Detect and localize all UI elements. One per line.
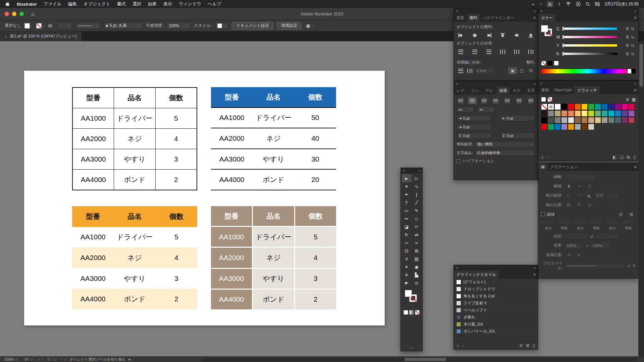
align-center-text-button[interactable] bbox=[468, 97, 477, 104]
swatch[interactable] bbox=[575, 110, 581, 117]
swatch[interactable] bbox=[581, 110, 588, 117]
arrow-start-combo[interactable]: ⌄ bbox=[565, 233, 588, 240]
swatch[interactable] bbox=[548, 124, 554, 130]
align-right-button[interactable] bbox=[485, 32, 493, 39]
swatch[interactable] bbox=[608, 110, 614, 117]
home-icon[interactable]: ⌂ bbox=[31, 11, 35, 17]
hand-tool[interactable]: ☛ bbox=[402, 279, 412, 287]
user-account-icon[interactable] bbox=[576, 2, 581, 6]
new-color-group-icon[interactable]: ❏ bbox=[620, 155, 624, 160]
eyedropper-tool[interactable]: ✦ bbox=[402, 263, 412, 271]
distribute-top-button[interactable] bbox=[457, 48, 465, 55]
fill-stroke-indicator[interactable] bbox=[541, 24, 554, 39]
collapse-panel-icon[interactable]: « bbox=[418, 169, 420, 173]
flip-across-icon[interactable]: ⇅ bbox=[632, 263, 636, 268]
status-expand-icon[interactable]: ▶ bbox=[128, 358, 131, 361]
tab-整列[interactable]: 整列 bbox=[467, 14, 480, 22]
swap-arrows-icon[interactable]: ⇄ bbox=[590, 234, 593, 239]
align-left-button[interactable] bbox=[457, 32, 465, 39]
miter-ratio-field[interactable] bbox=[606, 192, 620, 199]
swatch[interactable] bbox=[548, 110, 554, 117]
channel-slider[interactable] bbox=[562, 44, 618, 47]
color-spectrum-bar[interactable] bbox=[541, 69, 636, 74]
flip-along-icon[interactable]: ⇋ bbox=[627, 263, 631, 268]
swatch[interactable] bbox=[568, 110, 574, 117]
align-right-text-button[interactable] bbox=[480, 97, 488, 104]
menu-item-編集[interactable]: 編集 bbox=[68, 1, 77, 7]
swatch[interactable] bbox=[588, 104, 594, 110]
direct-selection-tool[interactable]: ▷ bbox=[412, 174, 422, 182]
table-orange-striped[interactable]: 型番品名個数AA1000ドライバー5AA2000ネジ4AA3000やすり3AA4… bbox=[72, 206, 197, 309]
menu-item-選択[interactable]: 選択 bbox=[132, 1, 141, 7]
first-artboard-icon[interactable]: « bbox=[38, 358, 40, 361]
table-plain[interactable]: 型番品名個数AA1000ドライバー5AA2000ネジ4AA3000やすり3AA4… bbox=[72, 87, 197, 190]
justify-center-button[interactable] bbox=[503, 97, 512, 104]
close-panel-icon[interactable]: × bbox=[540, 81, 542, 85]
collapse-panel-icon[interactable]: « bbox=[534, 82, 536, 86]
document-setup-button[interactable]: ドキュメント設定 bbox=[232, 22, 273, 29]
symbol-sprayer-tool[interactable]: ✳ bbox=[402, 271, 412, 279]
registration-swatch[interactable]: ⊕ bbox=[548, 104, 554, 110]
mojikumi-combo[interactable]: 行末約物半角⌄ bbox=[475, 150, 535, 156]
swatch[interactable] bbox=[554, 117, 561, 123]
swatch-library-icon[interactable]: ⌂ bbox=[541, 155, 543, 160]
mesh-tool[interactable]: # bbox=[402, 255, 412, 263]
align-stroke-inside-button[interactable]: ⊓ bbox=[575, 201, 583, 208]
slider-knob-icon[interactable] bbox=[562, 52, 564, 56]
spacing-value-field[interactable]: 0 mm⌄ bbox=[475, 68, 494, 74]
width-tool[interactable]: ≍ bbox=[412, 239, 422, 247]
perspective-grid-tool[interactable]: ⊞ bbox=[412, 247, 422, 255]
link-scale-icon[interactable]: ∞ bbox=[586, 244, 589, 248]
swatch[interactable] bbox=[561, 117, 568, 123]
prev-artboard-icon[interactable]: ‹ bbox=[42, 358, 43, 361]
swatch[interactable] bbox=[541, 110, 547, 117]
swatch[interactable] bbox=[581, 117, 588, 123]
left-indent-field[interactable]: ⇥0 pt bbox=[457, 115, 491, 121]
distribute-hspace-button[interactable] bbox=[466, 67, 474, 74]
swatch[interactable] bbox=[588, 117, 594, 123]
graphic-style-item[interactable]: ドロップシャドウ bbox=[454, 286, 538, 293]
close-panel-icon[interactable]: × bbox=[403, 169, 405, 173]
channel-value[interactable]: 0 bbox=[620, 35, 629, 40]
swatch[interactable] bbox=[608, 104, 614, 110]
styles-library-icon[interactable]: ⌂ bbox=[457, 343, 459, 348]
dashed-line-checkbox[interactable] bbox=[541, 212, 545, 216]
tab-グラデーション[interactable]: グラデーション bbox=[548, 163, 581, 171]
first-line-indent-field[interactable]: ⇥0 pt bbox=[457, 124, 491, 130]
bevel-join-button[interactable]: ◣ bbox=[585, 192, 594, 199]
list-view-icon[interactable]: ≣ bbox=[626, 97, 629, 102]
rectangle-tool[interactable]: ▭ bbox=[402, 206, 412, 215]
document-tab[interactable]: × 表2.ai* @ 100 % (CMYK/プレビュー) bbox=[0, 32, 82, 41]
graphic-style-item[interactable]: ベベルソフト bbox=[454, 307, 538, 314]
style-combo[interactable]: ⌄ bbox=[215, 22, 229, 29]
swatch[interactable] bbox=[568, 117, 574, 123]
tab-アピ.[interactable]: アピ. bbox=[482, 86, 497, 95]
close-tab-icon[interactable]: × bbox=[5, 35, 7, 39]
swatch[interactable] bbox=[628, 110, 635, 117]
swatch[interactable] bbox=[561, 104, 568, 110]
butt-cap-button[interactable]: ▮ bbox=[565, 183, 573, 189]
swatch[interactable] bbox=[601, 104, 608, 110]
graphic-style-item[interactable]: 木の葉_GS bbox=[454, 321, 538, 328]
fill-proxy-icon[interactable] bbox=[541, 97, 546, 102]
channel-value[interactable]: 0 bbox=[620, 43, 629, 48]
distribute-hcenter-button[interactable] bbox=[513, 48, 521, 55]
collapse-panel-icon[interactable]: « bbox=[634, 81, 636, 85]
hyphenation-checkbox[interactable] bbox=[457, 159, 461, 163]
none-color-swatch[interactable] bbox=[541, 61, 546, 66]
tab-線[interactable]: 線 bbox=[538, 163, 548, 171]
next-artboard-icon[interactable]: › bbox=[61, 358, 62, 361]
swatch[interactable] bbox=[561, 110, 568, 117]
fill-proxy-icon[interactable] bbox=[541, 25, 548, 32]
tab-レイ.[interactable]: レイ. bbox=[454, 86, 468, 95]
menu-item-効果[interactable]: 効果 bbox=[148, 1, 157, 7]
slider-knob-icon[interactable] bbox=[562, 43, 564, 48]
swatch[interactable] bbox=[581, 104, 588, 110]
horizontal-scrollbar[interactable] bbox=[201, 358, 637, 361]
swatch[interactable] bbox=[541, 117, 547, 123]
align-to-key-object-button[interactable]: ▢ bbox=[518, 67, 526, 74]
distribute-vcenter-button[interactable] bbox=[471, 48, 479, 55]
bullet-list-combo[interactable]: ≔⌄ bbox=[457, 106, 474, 113]
align-to-artboard-button[interactable]: ⊡ bbox=[527, 67, 535, 74]
swatch[interactable] bbox=[568, 104, 574, 110]
